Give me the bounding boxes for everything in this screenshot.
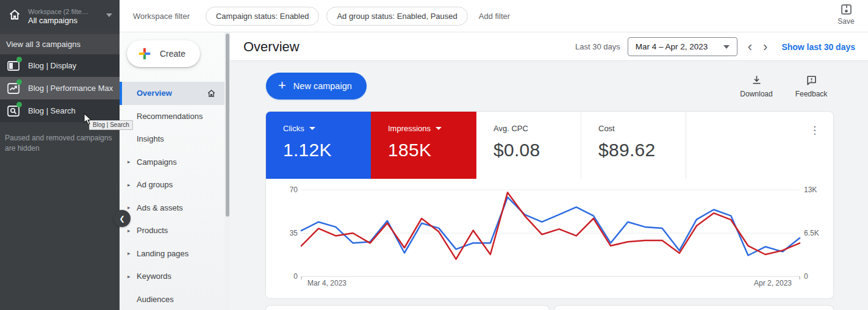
left-axis-tick-35: 35: [271, 229, 298, 237]
nav-item-recommendations[interactable]: Recommendations: [120, 105, 224, 128]
left-axis-tick-70: 70: [271, 186, 298, 194]
left-axis-tick-0: 0: [271, 272, 298, 281]
scorecard-impressions[interactable]: Impressions 185K: [371, 112, 476, 179]
paused-hidden-note: Paused and removed campaigns are hidden: [5, 133, 113, 154]
filter-bar: Workspace filter Campaign status: Enable…: [120, 0, 868, 32]
workspace-caret-down-icon[interactable]: [106, 13, 112, 17]
impressions-value: 185K: [388, 140, 476, 160]
time-series-chart: 70 35 0 13K 6.5K 0 Mar 4, 2023 Apr 2, 20…: [266, 179, 834, 299]
cost-value: $89.62: [598, 140, 686, 160]
prev-period-button[interactable]: ‹: [742, 40, 758, 54]
nav-item-landing-pages[interactable]: ▸Landing pages: [120, 242, 224, 265]
show-last-30-days-link[interactable]: Show last 30 days: [781, 42, 855, 52]
workspace-filter-label: Workspace filter: [133, 12, 190, 21]
clicks-value: 1.12K: [283, 140, 371, 160]
workspace-sidebar: Workspace (2 filte… All campaigns View a…: [0, 0, 120, 310]
scorecard-cost[interactable]: Cost $89.62: [581, 112, 686, 179]
chevron-left-icon: ‹: [748, 39, 752, 54]
avg-cpc-value: $0.08: [493, 140, 581, 160]
overview-home-icon: [206, 88, 217, 98]
feedback-button[interactable]: Feedback: [792, 74, 831, 98]
nav-scrollbar-thumb[interactable]: [226, 34, 229, 217]
next-section-card-left: [265, 305, 550, 310]
ad-group-status-chip[interactable]: Ad group status: Enabled, Paused: [326, 7, 467, 26]
expand-arrow-icon[interactable]: ▸: [127, 250, 131, 256]
scorecard-filler: ⋮: [686, 112, 833, 179]
collapse-sidebar-button[interactable]: ❮: [113, 210, 131, 227]
campaign-tooltip: Blog | Search: [89, 120, 133, 130]
nav-item-products[interactable]: ▸Products: [120, 219, 224, 242]
right-axis-tick-0: 0: [804, 272, 832, 281]
navigation-panel: Create Overview Recommendations Insights…: [120, 32, 224, 310]
google-plus-icon: [138, 47, 151, 60]
add-filter-button[interactable]: Add filter: [479, 12, 510, 21]
campaign-item-search[interactable]: Blog | Search: [0, 99, 120, 122]
nav-list: Overview Recommendations Insights ▸Campa…: [120, 82, 224, 310]
nav-item-ads-assets[interactable]: ▸Ads & assets: [120, 196, 224, 220]
download-icon: [751, 74, 762, 86]
page-header: Overview Last 30 days Mar 4 – Apr 2, 202…: [230, 32, 868, 61]
overview-chart-card: Clicks 1.12K Impressions 185K Avg. CPC $…: [265, 111, 834, 299]
date-range-select[interactable]: Mar 4 – Apr 2, 2023: [628, 37, 737, 56]
nav-item-keywords[interactable]: ▸Keywords: [120, 265, 224, 288]
caret-down-icon[interactable]: [436, 127, 442, 130]
expand-arrow-icon[interactable]: ▸: [127, 182, 131, 188]
nav-item-ad-groups[interactable]: ▸Ad groups: [120, 173, 224, 196]
performance-max-campaign-icon: [6, 81, 21, 96]
chevron-right-icon: ›: [763, 39, 767, 54]
range-label: Last 30 days: [575, 42, 620, 51]
workspace-title: Workspace (2 filte…: [28, 8, 88, 15]
nav-item-audiences[interactable]: Audiences: [120, 288, 224, 310]
download-button[interactable]: Download: [737, 74, 776, 98]
x-axis-start-label: Mar 4, 2023: [307, 279, 346, 287]
caret-down-icon: [723, 45, 730, 49]
right-axis-tick-13k: 13K: [804, 186, 832, 194]
expand-arrow-icon[interactable]: ▸: [127, 228, 131, 234]
expand-arrow-icon[interactable]: ▸: [127, 273, 131, 279]
status-enabled-dot: [16, 79, 22, 85]
save-button[interactable]: Save: [833, 3, 859, 26]
save-icon: [840, 3, 853, 16]
display-campaign-icon: [6, 59, 21, 73]
nav-scrollbar[interactable]: [224, 32, 230, 310]
create-button[interactable]: Create: [127, 40, 200, 67]
nav-item-insights[interactable]: Insights: [120, 128, 224, 151]
right-axis-tick-6-5k: 6.5K: [804, 229, 832, 237]
date-controls: Last 30 days Mar 4 – Apr 2, 2023 ‹ › Sho…: [575, 32, 855, 61]
page-title: Overview: [243, 39, 299, 55]
kebab-menu-icon[interactable]: ⋮: [809, 125, 820, 135]
expand-arrow-icon[interactable]: ▸: [127, 204, 131, 211]
search-campaign-icon: [6, 104, 21, 118]
scorecard-avg-cpc[interactable]: Avg. CPC $0.08: [476, 112, 581, 179]
new-campaign-button[interactable]: + New campaign: [266, 73, 367, 99]
status-enabled-dot: [16, 102, 22, 107]
workspace-subtitle: All campaigns: [28, 16, 77, 25]
nav-item-campaigns[interactable]: ▸Campaigns: [120, 151, 224, 174]
campaign-item-display[interactable]: Blog | Display: [0, 54, 120, 77]
scorecard-row: Clicks 1.12K Impressions 185K Avg. CPC $…: [266, 112, 833, 179]
next-period-button[interactable]: ›: [758, 40, 773, 54]
feedback-icon: [806, 74, 817, 86]
nav-item-overview[interactable]: Overview: [120, 82, 224, 105]
main-content: + New campaign Download Feedback Clicks …: [230, 61, 868, 310]
x-axis-end-label: Apr 2, 2023: [742, 279, 792, 287]
selected-indicator: [120, 82, 122, 105]
home-icon: [7, 7, 22, 22]
home-button[interactable]: [5, 5, 24, 24]
campaign-item-performance-max[interactable]: Blog | Performance Max: [0, 77, 120, 99]
chevron-collapse-icon: ❮: [119, 215, 124, 223]
plus-icon: +: [278, 79, 286, 92]
scorecard-clicks[interactable]: Clicks 1.12K: [266, 112, 371, 179]
caret-down-icon[interactable]: [309, 127, 315, 130]
mouse-cursor: [83, 113, 92, 126]
view-all-campaigns[interactable]: View all 3 campaigns: [0, 34, 120, 54]
workspace-header[interactable]: Workspace (2 filte… All campaigns: [0, 0, 120, 29]
next-section-card-right: [554, 305, 834, 310]
expand-arrow-icon[interactable]: ▸: [127, 159, 131, 165]
status-enabled-dot: [16, 57, 22, 62]
campaign-status-chip[interactable]: Campaign status: Enabled: [206, 7, 319, 26]
